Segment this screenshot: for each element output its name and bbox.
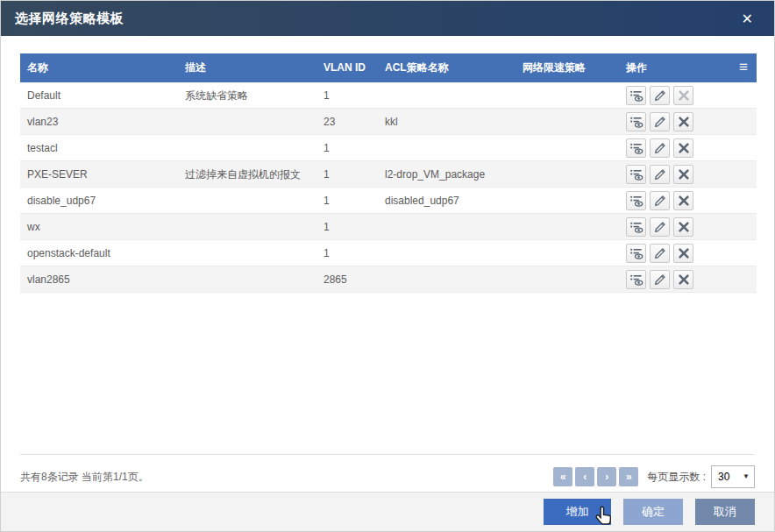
delete-button[interactable] bbox=[673, 138, 693, 158]
cell-name: wx bbox=[20, 214, 178, 239]
cell-operations bbox=[619, 135, 720, 160]
pencil-edit-icon bbox=[653, 89, 667, 103]
view-list-eye-icon bbox=[629, 167, 643, 181]
column-header-acl-policy: ACL策略名称 bbox=[378, 53, 515, 82]
view-details-button[interactable] bbox=[626, 191, 646, 210]
table-row[interactable]: disable_udp67 1 disabled_udp67 bbox=[20, 188, 757, 214]
cell-rate-limit-policy bbox=[515, 161, 619, 187]
edit-button[interactable] bbox=[650, 244, 670, 263]
edit-button[interactable] bbox=[650, 165, 670, 184]
page-size-select-wrap: 30 ▼ bbox=[711, 465, 755, 488]
table-header-row: 名称 描述 VLAN ID ACL策略名称 网络限速策略 操作 ≡ bbox=[20, 53, 757, 82]
cell-acl-policy: disabled_udp67 bbox=[378, 188, 515, 213]
edit-button[interactable] bbox=[650, 191, 670, 210]
delete-button[interactable] bbox=[673, 217, 693, 237]
cell-description: 过滤掉来自虚拟机的报文 bbox=[178, 161, 316, 187]
cell-description bbox=[178, 135, 316, 160]
x-delete-icon bbox=[677, 167, 691, 181]
cell-acl-policy bbox=[378, 266, 515, 292]
x-delete-icon bbox=[677, 220, 691, 234]
cell-rate-limit-policy bbox=[515, 214, 619, 239]
cell-operations bbox=[619, 214, 720, 239]
cell-vlan-id: 1 bbox=[316, 161, 378, 187]
edit-button[interactable] bbox=[650, 86, 670, 105]
table-row[interactable]: vlan23 23 kkl bbox=[20, 109, 757, 135]
dialog-content: 名称 描述 VLAN ID ACL策略名称 网络限速策略 操作 ≡ Defaul… bbox=[1, 53, 774, 511]
cancel-button[interactable]: 取消 bbox=[695, 499, 755, 525]
view-details-button[interactable] bbox=[626, 138, 646, 158]
table-row[interactable]: PXE-SEVER 过滤掉来自虚拟机的报文 1 l2-drop_VM_packa… bbox=[20, 161, 757, 188]
cell-description bbox=[178, 214, 316, 239]
x-delete-icon bbox=[677, 194, 691, 208]
pencil-edit-icon bbox=[653, 194, 667, 208]
pagination-bar: 共有8条记录 当前第1/1页。 « ‹ › » 每页显示数 : 30 ▼ bbox=[20, 454, 755, 488]
cell-rate-limit-policy bbox=[515, 135, 619, 160]
edit-button[interactable] bbox=[650, 112, 670, 131]
edit-button[interactable] bbox=[650, 138, 670, 158]
view-details-button[interactable] bbox=[626, 244, 646, 263]
confirm-button[interactable]: 确定 bbox=[623, 499, 683, 525]
cell-menu-spacer bbox=[720, 109, 757, 134]
pencil-edit-icon bbox=[653, 141, 667, 155]
cell-description bbox=[178, 266, 316, 292]
view-details-button[interactable] bbox=[626, 112, 646, 131]
view-list-eye-icon bbox=[629, 115, 643, 129]
cell-menu-spacer bbox=[720, 240, 757, 266]
view-list-eye-icon bbox=[629, 273, 643, 287]
page-size-label: 每页显示数 : bbox=[647, 470, 706, 485]
cell-name: vlan23 bbox=[20, 109, 178, 134]
column-settings-menu-icon[interactable]: ≡ bbox=[720, 53, 757, 82]
cell-menu-spacer bbox=[720, 161, 757, 187]
view-details-button[interactable] bbox=[626, 86, 646, 105]
last-page-button[interactable]: » bbox=[619, 467, 638, 486]
delete-button[interactable] bbox=[673, 86, 693, 105]
cell-vlan-id: 1 bbox=[316, 188, 378, 213]
dialog-titlebar: 选择网络策略模板 ✕ bbox=[1, 1, 774, 36]
delete-button[interactable] bbox=[673, 165, 693, 184]
close-icon[interactable]: ✕ bbox=[735, 11, 760, 27]
first-page-button[interactable]: « bbox=[553, 467, 572, 486]
cell-rate-limit-policy bbox=[515, 82, 619, 108]
cell-operations bbox=[619, 240, 720, 266]
cell-acl-policy: kkl bbox=[378, 109, 515, 134]
cell-name: Default bbox=[20, 82, 178, 108]
cell-description bbox=[178, 188, 316, 213]
next-page-button[interactable]: › bbox=[597, 467, 616, 486]
x-delete-icon bbox=[677, 273, 691, 287]
cell-acl-policy bbox=[378, 214, 515, 239]
cell-menu-spacer bbox=[720, 266, 757, 292]
view-list-eye-icon bbox=[629, 89, 643, 103]
x-delete-icon bbox=[677, 89, 691, 103]
dialog-footer: 增加 确定 取消 bbox=[1, 492, 774, 531]
delete-button[interactable] bbox=[673, 112, 693, 131]
page-size-select[interactable]: 30 bbox=[711, 465, 755, 488]
cell-menu-spacer bbox=[720, 82, 757, 108]
table-row[interactable]: Default 系统缺省策略 1 bbox=[20, 82, 757, 109]
delete-button[interactable] bbox=[673, 244, 693, 263]
cell-acl-policy: l2-drop_VM_package bbox=[378, 161, 515, 187]
edit-button[interactable] bbox=[650, 217, 670, 237]
delete-button[interactable] bbox=[673, 270, 693, 289]
add-button[interactable]: 增加 bbox=[544, 499, 611, 525]
table-row[interactable]: testacl 1 bbox=[20, 135, 757, 161]
cell-name: openstack-default bbox=[20, 240, 178, 266]
view-details-button[interactable] bbox=[626, 217, 646, 237]
pencil-edit-icon bbox=[653, 273, 667, 287]
cell-operations bbox=[619, 82, 720, 108]
cell-menu-spacer bbox=[720, 135, 757, 160]
column-header-operations: 操作 bbox=[619, 53, 720, 82]
delete-button[interactable] bbox=[673, 191, 693, 210]
view-details-button[interactable] bbox=[626, 270, 646, 289]
table-row[interactable]: openstack-default 1 bbox=[20, 240, 757, 266]
edit-button[interactable] bbox=[650, 270, 670, 289]
view-details-button[interactable] bbox=[626, 165, 646, 184]
prev-page-button[interactable]: ‹ bbox=[575, 467, 594, 486]
table-row[interactable]: vlan2865 2865 bbox=[20, 266, 757, 293]
view-list-eye-icon bbox=[629, 220, 643, 234]
cell-vlan-id: 1 bbox=[316, 240, 378, 266]
view-list-eye-icon bbox=[629, 194, 643, 208]
table-row[interactable]: wx 1 bbox=[20, 214, 757, 240]
cell-vlan-id: 1 bbox=[316, 135, 378, 160]
pencil-edit-icon bbox=[653, 246, 667, 260]
cell-description bbox=[178, 240, 316, 266]
